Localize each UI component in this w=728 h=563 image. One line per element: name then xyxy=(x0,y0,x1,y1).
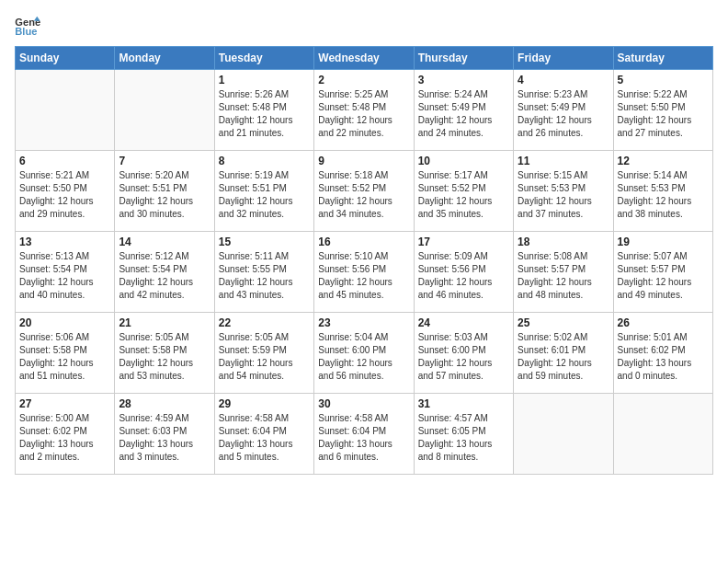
day-number: 19 xyxy=(618,236,709,248)
header: General Blue xyxy=(15,15,713,37)
calendar-cell: 27Sunrise: 5:00 AM Sunset: 6:02 PM Dayli… xyxy=(16,394,115,475)
day-info: Sunrise: 5:04 AM Sunset: 6:00 PM Dayligh… xyxy=(318,331,409,383)
day-info: Sunrise: 4:58 AM Sunset: 6:04 PM Dayligh… xyxy=(318,412,409,464)
calendar-cell: 23Sunrise: 5:04 AM Sunset: 6:00 PM Dayli… xyxy=(314,313,414,394)
calendar: SundayMondayTuesdayWednesdayThursdayFrid… xyxy=(15,46,713,475)
day-number: 12 xyxy=(618,155,709,167)
calendar-cell: 12Sunrise: 5:14 AM Sunset: 5:53 PM Dayli… xyxy=(613,151,712,232)
weekday-header-thursday: Thursday xyxy=(414,47,513,70)
day-number: 27 xyxy=(19,397,110,410)
calendar-cell: 7Sunrise: 5:20 AM Sunset: 5:51 PM Daylig… xyxy=(115,151,214,232)
day-number: 31 xyxy=(418,397,509,410)
day-info: Sunrise: 4:59 AM Sunset: 6:03 PM Dayligh… xyxy=(119,412,210,464)
day-info: Sunrise: 5:06 AM Sunset: 5:58 PM Dayligh… xyxy=(19,331,110,383)
day-number: 3 xyxy=(418,74,509,86)
calendar-cell: 10Sunrise: 5:17 AM Sunset: 5:52 PM Dayli… xyxy=(414,151,513,232)
calendar-cell: 6Sunrise: 5:21 AM Sunset: 5:50 PM Daylig… xyxy=(16,151,115,232)
day-number: 29 xyxy=(219,397,310,410)
calendar-cell: 30Sunrise: 4:58 AM Sunset: 6:04 PM Dayli… xyxy=(314,394,414,475)
calendar-cell xyxy=(16,70,115,151)
calendar-cell: 22Sunrise: 5:05 AM Sunset: 5:59 PM Dayli… xyxy=(214,313,313,394)
day-number: 21 xyxy=(119,316,210,329)
day-number: 9 xyxy=(318,155,409,167)
calendar-cell: 21Sunrise: 5:05 AM Sunset: 5:58 PM Dayli… xyxy=(115,313,214,394)
weekday-header-friday: Friday xyxy=(514,47,613,70)
day-info: Sunrise: 5:13 AM Sunset: 5:54 PM Dayligh… xyxy=(19,250,110,302)
day-number: 18 xyxy=(518,236,609,248)
calendar-cell: 29Sunrise: 4:58 AM Sunset: 6:04 PM Dayli… xyxy=(214,394,313,475)
day-info: Sunrise: 5:00 AM Sunset: 6:02 PM Dayligh… xyxy=(19,412,110,464)
calendar-cell xyxy=(613,394,712,475)
day-number: 7 xyxy=(119,155,210,167)
day-number: 4 xyxy=(518,74,609,86)
day-number: 24 xyxy=(418,316,509,329)
day-info: Sunrise: 5:07 AM Sunset: 5:57 PM Dayligh… xyxy=(618,250,709,302)
day-number: 10 xyxy=(418,155,509,167)
day-info: Sunrise: 5:25 AM Sunset: 5:48 PM Dayligh… xyxy=(318,88,409,140)
calendar-cell xyxy=(115,70,214,151)
svg-text:Blue: Blue xyxy=(15,26,37,37)
weekday-header-tuesday: Tuesday xyxy=(214,47,313,70)
calendar-cell xyxy=(514,394,613,475)
day-number: 16 xyxy=(318,236,409,248)
day-info: Sunrise: 5:24 AM Sunset: 5:49 PM Dayligh… xyxy=(418,88,509,140)
day-number: 14 xyxy=(119,236,210,248)
day-number: 11 xyxy=(518,155,609,167)
day-info: Sunrise: 4:57 AM Sunset: 6:05 PM Dayligh… xyxy=(418,412,509,464)
day-number: 15 xyxy=(219,236,310,248)
day-info: Sunrise: 5:17 AM Sunset: 5:52 PM Dayligh… xyxy=(418,169,509,221)
day-info: Sunrise: 5:22 AM Sunset: 5:50 PM Dayligh… xyxy=(618,88,709,140)
day-number: 22 xyxy=(219,316,310,329)
day-info: Sunrise: 5:19 AM Sunset: 5:51 PM Dayligh… xyxy=(219,169,310,221)
calendar-cell: 3Sunrise: 5:24 AM Sunset: 5:49 PM Daylig… xyxy=(414,70,513,151)
day-info: Sunrise: 5:18 AM Sunset: 5:52 PM Dayligh… xyxy=(318,169,409,221)
day-info: Sunrise: 5:11 AM Sunset: 5:55 PM Dayligh… xyxy=(219,250,310,302)
calendar-cell: 25Sunrise: 5:02 AM Sunset: 6:01 PM Dayli… xyxy=(514,313,613,394)
day-number: 17 xyxy=(418,236,509,248)
day-info: Sunrise: 5:12 AM Sunset: 5:54 PM Dayligh… xyxy=(119,250,210,302)
day-number: 25 xyxy=(518,316,609,329)
day-number: 26 xyxy=(618,316,709,329)
calendar-cell: 9Sunrise: 5:18 AM Sunset: 5:52 PM Daylig… xyxy=(314,151,414,232)
day-info: Sunrise: 5:01 AM Sunset: 6:02 PM Dayligh… xyxy=(618,331,709,383)
calendar-cell: 24Sunrise: 5:03 AM Sunset: 6:00 PM Dayli… xyxy=(414,313,513,394)
calendar-cell: 13Sunrise: 5:13 AM Sunset: 5:54 PM Dayli… xyxy=(16,232,115,313)
day-number: 8 xyxy=(219,155,310,167)
weekday-header-saturday: Saturday xyxy=(613,47,712,70)
calendar-cell: 15Sunrise: 5:11 AM Sunset: 5:55 PM Dayli… xyxy=(214,232,313,313)
day-info: Sunrise: 5:03 AM Sunset: 6:00 PM Dayligh… xyxy=(418,331,509,383)
calendar-cell: 5Sunrise: 5:22 AM Sunset: 5:50 PM Daylig… xyxy=(613,70,712,151)
day-info: Sunrise: 5:08 AM Sunset: 5:57 PM Dayligh… xyxy=(518,250,609,302)
day-number: 23 xyxy=(318,316,409,329)
day-info: Sunrise: 5:21 AM Sunset: 5:50 PM Dayligh… xyxy=(19,169,110,221)
weekday-header-sunday: Sunday xyxy=(16,47,115,70)
calendar-cell: 28Sunrise: 4:59 AM Sunset: 6:03 PM Dayli… xyxy=(115,394,214,475)
calendar-cell: 1Sunrise: 5:26 AM Sunset: 5:48 PM Daylig… xyxy=(214,70,313,151)
day-number: 1 xyxy=(219,74,310,86)
day-info: Sunrise: 4:58 AM Sunset: 6:04 PM Dayligh… xyxy=(219,412,310,464)
day-info: Sunrise: 5:15 AM Sunset: 5:53 PM Dayligh… xyxy=(518,169,609,221)
calendar-cell: 2Sunrise: 5:25 AM Sunset: 5:48 PM Daylig… xyxy=(314,70,414,151)
calendar-cell: 17Sunrise: 5:09 AM Sunset: 5:56 PM Dayli… xyxy=(414,232,513,313)
calendar-cell: 18Sunrise: 5:08 AM Sunset: 5:57 PM Dayli… xyxy=(514,232,613,313)
logo: General Blue xyxy=(15,15,40,37)
day-info: Sunrise: 5:20 AM Sunset: 5:51 PM Dayligh… xyxy=(119,169,210,221)
weekday-header-monday: Monday xyxy=(115,47,214,70)
calendar-cell: 20Sunrise: 5:06 AM Sunset: 5:58 PM Dayli… xyxy=(16,313,115,394)
day-number: 28 xyxy=(119,397,210,410)
logo-icon: General Blue xyxy=(15,15,40,37)
calendar-cell: 19Sunrise: 5:07 AM Sunset: 5:57 PM Dayli… xyxy=(613,232,712,313)
day-info: Sunrise: 5:26 AM Sunset: 5:48 PM Dayligh… xyxy=(219,88,310,140)
calendar-cell: 11Sunrise: 5:15 AM Sunset: 5:53 PM Dayli… xyxy=(514,151,613,232)
calendar-cell: 31Sunrise: 4:57 AM Sunset: 6:05 PM Dayli… xyxy=(414,394,513,475)
day-number: 5 xyxy=(618,74,709,86)
day-info: Sunrise: 5:10 AM Sunset: 5:56 PM Dayligh… xyxy=(318,250,409,302)
day-info: Sunrise: 5:05 AM Sunset: 5:58 PM Dayligh… xyxy=(119,331,210,383)
day-number: 30 xyxy=(318,397,409,410)
day-number: 6 xyxy=(19,155,110,167)
calendar-cell: 8Sunrise: 5:19 AM Sunset: 5:51 PM Daylig… xyxy=(214,151,313,232)
day-info: Sunrise: 5:05 AM Sunset: 5:59 PM Dayligh… xyxy=(219,331,310,383)
day-info: Sunrise: 5:02 AM Sunset: 6:01 PM Dayligh… xyxy=(518,331,609,383)
day-info: Sunrise: 5:14 AM Sunset: 5:53 PM Dayligh… xyxy=(618,169,709,221)
day-info: Sunrise: 5:23 AM Sunset: 5:49 PM Dayligh… xyxy=(518,88,609,140)
